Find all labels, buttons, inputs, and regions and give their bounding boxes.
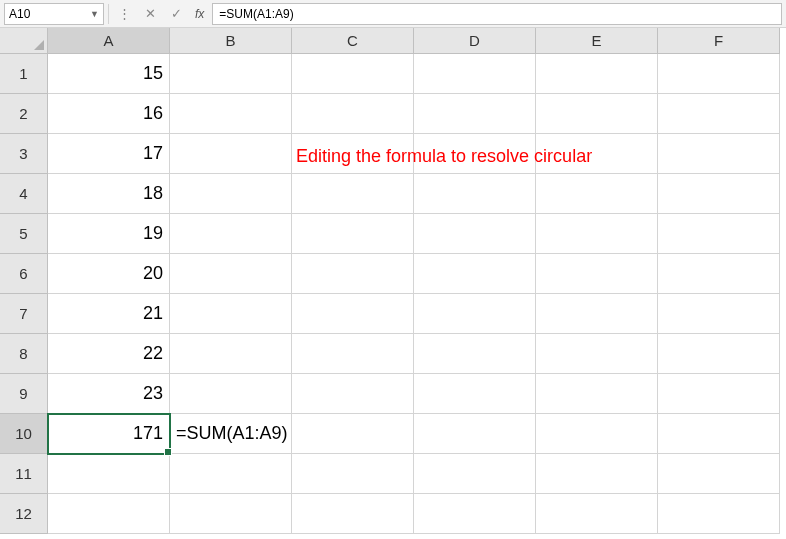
cell-E4[interactable]: [536, 174, 658, 214]
cell-F4[interactable]: [658, 174, 780, 214]
column-header-C[interactable]: C: [292, 28, 414, 54]
cell-B8[interactable]: [170, 334, 292, 374]
cell-B12[interactable]: [170, 494, 292, 534]
cell-C12[interactable]: [292, 494, 414, 534]
grid-row: 216: [0, 94, 786, 134]
select-all-corner[interactable]: [0, 28, 48, 54]
cell-A1[interactable]: 15: [48, 54, 170, 94]
cell-D1[interactable]: [414, 54, 536, 94]
cell-F9[interactable]: [658, 374, 780, 414]
cell-E2[interactable]: [536, 94, 658, 134]
cell-E6[interactable]: [536, 254, 658, 294]
cell-E3[interactable]: [536, 134, 658, 174]
cell-D5[interactable]: [414, 214, 536, 254]
cell-A8[interactable]: 22: [48, 334, 170, 374]
cell-A12[interactable]: [48, 494, 170, 534]
cell-B10[interactable]: =SUM(A1:A9): [170, 414, 292, 454]
row-header-4[interactable]: 4: [0, 174, 48, 214]
cell-A5[interactable]: 19: [48, 214, 170, 254]
cell-B6[interactable]: [170, 254, 292, 294]
cell-F11[interactable]: [658, 454, 780, 494]
grid-row: 10171=SUM(A1:A9): [0, 414, 786, 454]
cell-F12[interactable]: [658, 494, 780, 534]
cell-C9[interactable]: [292, 374, 414, 414]
cell-F10[interactable]: [658, 414, 780, 454]
cell-B7[interactable]: [170, 294, 292, 334]
fx-label[interactable]: fx: [195, 7, 204, 21]
row-header-6[interactable]: 6: [0, 254, 48, 294]
cell-B9[interactable]: [170, 374, 292, 414]
row-header-9[interactable]: 9: [0, 374, 48, 414]
cell-C6[interactable]: [292, 254, 414, 294]
cell-B2[interactable]: [170, 94, 292, 134]
cell-D3[interactable]: [414, 134, 536, 174]
cell-C7[interactable]: [292, 294, 414, 334]
cell-F7[interactable]: [658, 294, 780, 334]
cell-D12[interactable]: [414, 494, 536, 534]
cell-C8[interactable]: [292, 334, 414, 374]
cell-D11[interactable]: [414, 454, 536, 494]
cell-D8[interactable]: [414, 334, 536, 374]
cell-C2[interactable]: [292, 94, 414, 134]
name-box-dropdown-icon[interactable]: ▼: [90, 9, 99, 19]
cell-E10[interactable]: [536, 414, 658, 454]
grid-row: 12: [0, 494, 786, 534]
cell-C3[interactable]: [292, 134, 414, 174]
options-icon[interactable]: ⋮: [113, 3, 135, 25]
spreadsheet-grid: ABCDEF 11521631741851962072182292310171=…: [0, 28, 786, 534]
formula-input[interactable]: =SUM(A1:A9): [212, 3, 782, 25]
cell-F8[interactable]: [658, 334, 780, 374]
cell-C11[interactable]: [292, 454, 414, 494]
cell-C4[interactable]: [292, 174, 414, 214]
row-header-10[interactable]: 10: [0, 414, 48, 454]
cell-E1[interactable]: [536, 54, 658, 94]
cell-F1[interactable]: [658, 54, 780, 94]
cell-D9[interactable]: [414, 374, 536, 414]
column-header-F[interactable]: F: [658, 28, 780, 54]
row-header-8[interactable]: 8: [0, 334, 48, 374]
cell-B1[interactable]: [170, 54, 292, 94]
cell-D10[interactable]: [414, 414, 536, 454]
column-header-B[interactable]: B: [170, 28, 292, 54]
column-header-A[interactable]: A: [48, 28, 170, 54]
cell-D6[interactable]: [414, 254, 536, 294]
cell-D7[interactable]: [414, 294, 536, 334]
cell-F2[interactable]: [658, 94, 780, 134]
cell-B4[interactable]: [170, 174, 292, 214]
row-header-3[interactable]: 3: [0, 134, 48, 174]
cell-B5[interactable]: [170, 214, 292, 254]
cell-D4[interactable]: [414, 174, 536, 214]
cell-B11[interactable]: [170, 454, 292, 494]
cell-A10[interactable]: 171: [48, 414, 170, 454]
cell-B3[interactable]: [170, 134, 292, 174]
cell-E5[interactable]: [536, 214, 658, 254]
cell-C5[interactable]: [292, 214, 414, 254]
row-header-11[interactable]: 11: [0, 454, 48, 494]
row-header-5[interactable]: 5: [0, 214, 48, 254]
cell-A6[interactable]: 20: [48, 254, 170, 294]
cell-A9[interactable]: 23: [48, 374, 170, 414]
cell-F6[interactable]: [658, 254, 780, 294]
column-header-D[interactable]: D: [414, 28, 536, 54]
cell-E12[interactable]: [536, 494, 658, 534]
cell-A2[interactable]: 16: [48, 94, 170, 134]
row-header-2[interactable]: 2: [0, 94, 48, 134]
cell-A4[interactable]: 18: [48, 174, 170, 214]
row-header-12[interactable]: 12: [0, 494, 48, 534]
cell-E11[interactable]: [536, 454, 658, 494]
column-header-E[interactable]: E: [536, 28, 658, 54]
cell-F5[interactable]: [658, 214, 780, 254]
name-box[interactable]: A10 ▼: [4, 3, 104, 25]
row-header-1[interactable]: 1: [0, 54, 48, 94]
cell-A11[interactable]: [48, 454, 170, 494]
cell-A3[interactable]: 17: [48, 134, 170, 174]
cell-A7[interactable]: 21: [48, 294, 170, 334]
cell-C10[interactable]: [292, 414, 414, 454]
row-header-7[interactable]: 7: [0, 294, 48, 334]
cell-E7[interactable]: [536, 294, 658, 334]
cell-F3[interactable]: [658, 134, 780, 174]
cell-E9[interactable]: [536, 374, 658, 414]
cell-E8[interactable]: [536, 334, 658, 374]
cell-C1[interactable]: [292, 54, 414, 94]
cell-D2[interactable]: [414, 94, 536, 134]
